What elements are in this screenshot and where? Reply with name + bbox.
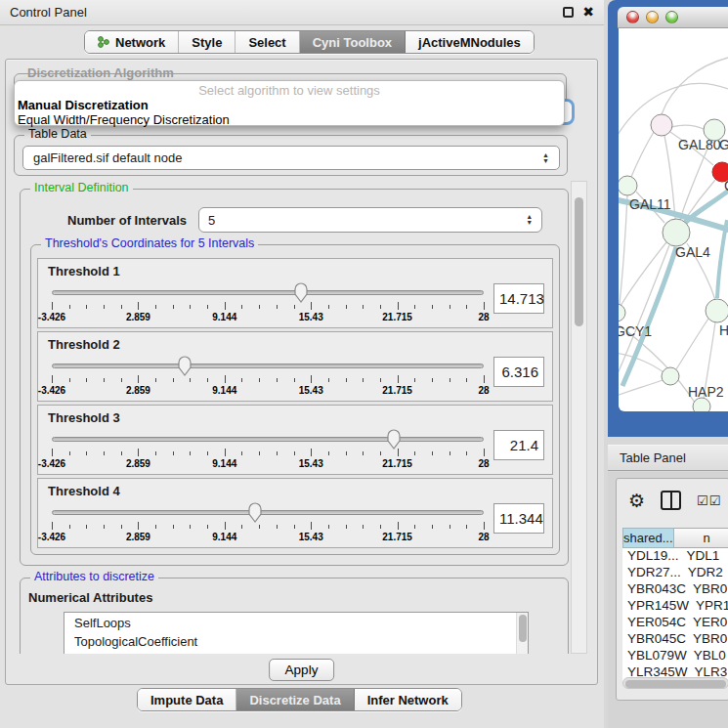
apply-button[interactable]: Apply: [269, 659, 335, 681]
mac-zoom-button[interactable]: [665, 11, 678, 23]
table-cell[interactable]: YBL0: [687, 648, 728, 664]
threshold-value-field[interactable]: 11.344: [493, 503, 544, 534]
network-edge[interactable]: [717, 220, 727, 298]
slider-track[interactable]: [52, 364, 484, 368]
table-data-combobox[interactable]: galFiltered.sif default node ▲▼: [22, 146, 560, 170]
network-node-label: H: [719, 322, 728, 338]
slider-thumb[interactable]: [177, 356, 193, 376]
tab-discretize-data[interactable]: Discretize Data: [236, 689, 354, 710]
list-scrollbar-thumb[interactable]: [519, 615, 527, 642]
table-cell[interactable]: YDL1: [679, 548, 728, 565]
attribute-item[interactable]: BetweennessCentrality: [74, 651, 528, 654]
tab-style[interactable]: Style: [179, 31, 236, 53]
network-node[interactable]: [663, 219, 690, 246]
table-hscrollbar-thumb[interactable]: [625, 680, 726, 688]
select-columns-checkboxes-icon[interactable]: ☑☑: [697, 493, 721, 508]
number-of-intervals-spinner[interactable]: 5 ▲▼: [198, 207, 542, 233]
network-edge[interactable]: [622, 247, 676, 386]
network-node[interactable]: [706, 299, 728, 322]
threshold-label: Threshold 3: [48, 410, 544, 425]
slider-thumb[interactable]: [386, 429, 402, 450]
float-window-icon[interactable]: [563, 7, 574, 18]
threshold-slider[interactable]: -3.4262.8599.14415.4321.71528: [50, 355, 486, 398]
table-row[interactable]: YDL19...YDL1: [622, 548, 728, 565]
tick-label: 28: [478, 385, 489, 396]
gear-icon[interactable]: ⚙: [628, 492, 645, 510]
slider-track[interactable]: [52, 510, 484, 515]
table-row[interactable]: YBR045CYBR0: [622, 631, 728, 648]
tab-select[interactable]: Select: [236, 31, 299, 53]
threshold-slider[interactable]: -3.4262.8599.14415.4321.71528: [50, 281, 486, 324]
threshold-value-field[interactable]: 14.713: [493, 283, 544, 314]
tick-label: -3.426: [38, 532, 65, 542]
table-cell[interactable]: YPR145W: [622, 598, 689, 615]
slider-ticks: [52, 449, 484, 457]
network-node[interactable]: [619, 304, 625, 321]
table-cell[interactable]: YBR0: [686, 581, 728, 598]
panel-scrollbar-thumb[interactable]: [575, 197, 583, 326]
table-cell[interactable]: YBR045C: [622, 631, 686, 648]
table-cell[interactable]: YDL19...: [622, 548, 679, 565]
table-row[interactable]: YBR043CYBR0: [622, 581, 728, 598]
tab-impute-data[interactable]: Impute Data: [138, 689, 236, 710]
network-node[interactable]: [693, 398, 710, 411]
spinner-arrows-icon: ▲▼: [526, 214, 533, 226]
table-panel-body: ⚙ ☑☑ shared... n YDL19...YDL1YDR27...YDR…: [608, 472, 728, 728]
threshold-panel: Threshold 1 -3.4262.8599.14415.4321.7152…: [37, 258, 553, 328]
list-scrollbar[interactable]: [516, 613, 528, 654]
attribute-item[interactable]: SelfLoops: [74, 615, 528, 633]
network-edge[interactable]: [676, 319, 708, 369]
tick-label: 28: [478, 532, 489, 542]
network-edge[interactable]: [671, 125, 704, 129]
mac-minimize-button[interactable]: [646, 11, 659, 23]
table-data-label: Table Data: [24, 127, 91, 141]
slider-track[interactable]: [52, 290, 484, 295]
settings-scroll-viewport: Interval Definition Number of Intervals …: [14, 181, 573, 654]
algorithm-option-manual[interactable]: Manual Discretization: [15, 98, 564, 112]
threshold-value-field[interactable]: 6.316: [493, 357, 544, 387]
table-cell[interactable]: YDR27...: [622, 565, 681, 581]
table-row[interactable]: YPR145WYPR1: [622, 598, 728, 615]
table-row[interactable]: YDR27...YDR2: [622, 565, 728, 581]
table-cell[interactable]: YPR1: [689, 598, 728, 615]
table-cell[interactable]: YER0: [686, 615, 728, 631]
tick-label: 21.715: [382, 385, 412, 396]
threshold-slider[interactable]: -3.4262.8599.14415.4321.71528: [50, 428, 486, 471]
table-cell[interactable]: YER054C: [622, 615, 686, 631]
column-header-shared-name[interactable]: shared...: [622, 528, 674, 548]
slider-thumb[interactable]: [293, 282, 309, 303]
table-row[interactable]: YER054CYER0: [622, 615, 728, 631]
attribute-item[interactable]: TopologicalCoefficient: [74, 633, 528, 652]
slider-thumb[interactable]: [247, 502, 263, 523]
algorithm-option-equal-width[interactable]: Equal Width/Frequency Discretization: [15, 112, 564, 127]
table-cell[interactable]: YBR0: [686, 631, 728, 648]
panel-scrollbar[interactable]: [571, 181, 587, 654]
network-edge[interactable]: [631, 132, 654, 177]
tab-cyni-toolbox[interactable]: Cyni Toolbox: [300, 31, 406, 53]
slider-track[interactable]: [52, 437, 484, 442]
table-row[interactable]: YBL079WYBL0: [622, 648, 728, 664]
threshold-label: Threshold 2: [48, 337, 544, 352]
network-node[interactable]: [619, 176, 637, 195]
column-header-name[interactable]: n: [674, 528, 728, 548]
network-edge[interactable]: [619, 245, 669, 378]
columns-icon[interactable]: [661, 491, 681, 510]
table-cell[interactable]: YDR2: [681, 565, 728, 581]
network-canvas[interactable]: GAL80GACGAL11GAL4GCY1HHAP2: [619, 28, 728, 411]
tab-jactivemnodules[interactable]: jActiveMNodules: [406, 31, 534, 53]
threshold-value-field[interactable]: 21.4: [493, 430, 544, 460]
network-node[interactable]: [662, 367, 679, 385]
table-cell[interactable]: YBL079W: [622, 648, 687, 664]
threshold-slider[interactable]: -3.4262.8599.14415.4321.71528: [50, 501, 486, 544]
network-canvas-svg[interactable]: GAL80GACGAL11GAL4GCY1HHAP2: [619, 28, 728, 411]
table-cell[interactable]: YBR043C: [622, 581, 686, 598]
tab-network[interactable]: Network: [85, 31, 179, 53]
network-node[interactable]: [651, 114, 672, 136]
network-edge[interactable]: [684, 180, 715, 221]
tab-infer-network[interactable]: Infer Network: [355, 689, 461, 710]
network-window-titlebar[interactable]: [618, 7, 728, 28]
mac-close-button[interactable]: [626, 11, 639, 23]
table-hscrollbar[interactable]: [622, 677, 728, 689]
tick-label: 21.715: [382, 532, 412, 542]
close-icon[interactable]: ✖: [582, 7, 594, 18]
